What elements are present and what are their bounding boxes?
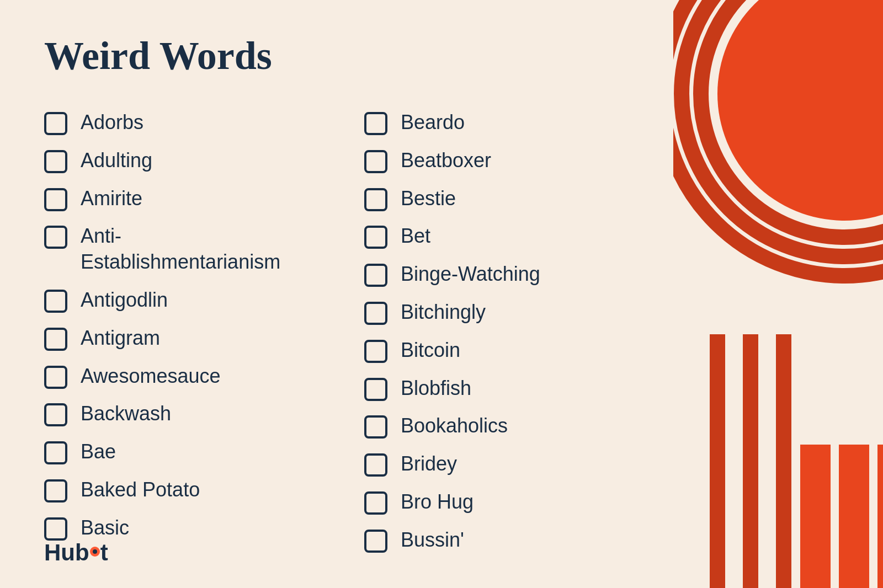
item-label: Adulting bbox=[81, 148, 152, 174]
checkbox-icon[interactable] bbox=[364, 378, 387, 401]
checkbox-icon[interactable] bbox=[364, 226, 387, 249]
list-item[interactable]: Adorbs bbox=[44, 106, 320, 139]
hubspot-dot-icon bbox=[90, 547, 100, 557]
item-label: Antigram bbox=[81, 325, 160, 351]
svg-rect-5 bbox=[839, 445, 869, 588]
checkbox-icon[interactable] bbox=[44, 366, 67, 389]
checkbox-icon[interactable] bbox=[364, 188, 387, 211]
checkbox-icon[interactable] bbox=[364, 340, 387, 363]
list-item[interactable]: Bet bbox=[364, 220, 640, 253]
list-item[interactable]: Bookaholics bbox=[364, 410, 640, 442]
list-item[interactable]: Antigodlin bbox=[44, 284, 320, 317]
item-label: Bookaholics bbox=[401, 413, 508, 439]
checkbox-icon[interactable] bbox=[364, 415, 387, 439]
list-item[interactable]: Bitcoin bbox=[364, 334, 640, 367]
item-label: Backwash bbox=[81, 401, 171, 427]
item-label: Bro Hug bbox=[401, 489, 474, 515]
list-item[interactable]: Adulting bbox=[44, 145, 320, 177]
item-label: Basic bbox=[81, 515, 129, 541]
item-label: Beardo bbox=[401, 110, 465, 136]
list-item[interactable]: Bae bbox=[44, 436, 320, 468]
list-item[interactable]: Blobfish bbox=[364, 372, 640, 405]
hubspot-text-before: Hub bbox=[44, 539, 89, 566]
checkbox-icon[interactable] bbox=[364, 491, 387, 515]
checkbox-icon[interactable] bbox=[364, 112, 387, 135]
list-item[interactable]: Antigram bbox=[44, 322, 320, 355]
list-item[interactable]: Beatboxer bbox=[364, 145, 640, 177]
item-label: Bestie bbox=[401, 186, 456, 212]
list-item[interactable]: Bestie bbox=[364, 183, 640, 215]
list-item[interactable]: Bussin' bbox=[364, 524, 640, 557]
svg-rect-4 bbox=[800, 445, 831, 588]
right-column: Beardo Beatboxer Bestie Bet Binge-Watchi… bbox=[364, 106, 640, 557]
item-label: Anti-Establishmentarianism bbox=[81, 223, 320, 275]
checkbox-icon[interactable] bbox=[364, 264, 387, 287]
item-label: Antigodlin bbox=[81, 287, 168, 313]
list-item[interactable]: Baked Potato bbox=[44, 474, 320, 506]
item-label: Bet bbox=[401, 223, 430, 249]
checkbox-icon[interactable] bbox=[44, 150, 67, 173]
item-label: Bitchingly bbox=[401, 300, 486, 325]
checkbox-icon[interactable] bbox=[44, 188, 67, 211]
item-label: Amirite bbox=[81, 186, 142, 212]
left-column: Adorbs Adulting Amirite Anti-Establishme… bbox=[44, 106, 320, 557]
svg-rect-6 bbox=[877, 445, 883, 588]
checkbox-icon[interactable] bbox=[44, 517, 67, 541]
item-label: Adorbs bbox=[81, 110, 143, 136]
checkbox-icon[interactable] bbox=[44, 441, 67, 464]
list-item[interactable]: Binge-Watching bbox=[364, 258, 640, 291]
page-container: Weird Words Adorbs Adulting Amirite Anti… bbox=[0, 0, 883, 588]
checkbox-icon[interactable] bbox=[364, 150, 387, 173]
decorative-graphic-bottom bbox=[673, 334, 883, 588]
list-item[interactable]: Anti-Establishmentarianism bbox=[44, 220, 320, 279]
hubspot-text-after: t bbox=[100, 539, 108, 566]
checkbox-icon[interactable] bbox=[44, 290, 67, 313]
item-label: Bitcoin bbox=[401, 338, 460, 364]
list-item[interactable]: Awesomesauce bbox=[44, 360, 320, 393]
checkbox-icon[interactable] bbox=[364, 453, 387, 477]
checkbox-icon[interactable] bbox=[364, 302, 387, 325]
item-label: Baked Potato bbox=[81, 477, 200, 503]
item-label: Bridey bbox=[401, 451, 457, 477]
checkbox-icon[interactable] bbox=[44, 226, 67, 249]
item-label: Bae bbox=[81, 439, 116, 465]
decorative-graphic-top bbox=[673, 0, 883, 309]
item-label: Binge-Watching bbox=[401, 261, 540, 287]
checkbox-icon[interactable] bbox=[44, 403, 67, 426]
list-item[interactable]: Amirite bbox=[44, 183, 320, 215]
item-label: Awesomesauce bbox=[81, 364, 220, 389]
list-item[interactable]: Bitchingly bbox=[364, 296, 640, 329]
list-item[interactable]: Backwash bbox=[44, 398, 320, 430]
item-label: Blobfish bbox=[401, 376, 471, 402]
list-item[interactable]: Beardo bbox=[364, 106, 640, 139]
hubspot-logo: Hub t bbox=[44, 539, 108, 566]
list-item[interactable]: Bridey bbox=[364, 448, 640, 480]
checkbox-icon[interactable] bbox=[44, 328, 67, 351]
checkbox-icon[interactable] bbox=[44, 479, 67, 503]
item-label: Beatboxer bbox=[401, 148, 491, 174]
item-label: Bussin' bbox=[401, 527, 464, 553]
checkbox-icon[interactable] bbox=[364, 530, 387, 553]
list-item[interactable]: Bro Hug bbox=[364, 486, 640, 518]
checkbox-icon[interactable] bbox=[44, 112, 67, 135]
